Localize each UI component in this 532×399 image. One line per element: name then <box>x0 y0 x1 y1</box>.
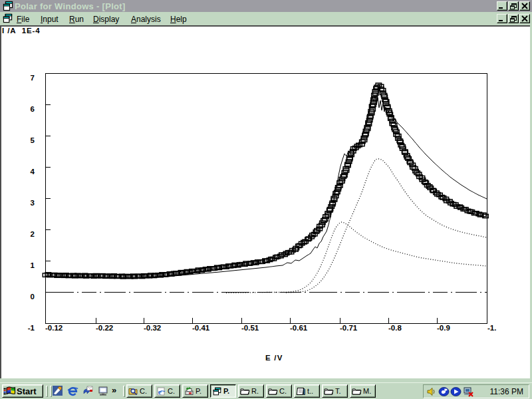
svg-text:-0.9: -0.9 <box>437 324 450 332</box>
svg-text:2: 2 <box>31 230 35 238</box>
svg-text:-0.32: -0.32 <box>144 324 161 332</box>
svg-text:7: 7 <box>31 74 35 82</box>
svg-text:3: 3 <box>31 199 35 207</box>
svg-text:-0.71: -0.71 <box>340 324 358 332</box>
svg-text:0: 0 <box>31 293 35 301</box>
svg-text:-1.: -1. <box>487 324 496 332</box>
svg-text:6: 6 <box>31 105 35 113</box>
svg-text:E /V: E /V <box>265 354 283 362</box>
svg-text:I /A 1E-4: I /A 1E-4 <box>2 27 41 35</box>
svg-text:-0.12: -0.12 <box>45 324 63 332</box>
svg-text:-0.41: -0.41 <box>192 324 210 332</box>
svg-text:-0.51: -0.51 <box>241 324 259 332</box>
svg-text:1: 1 <box>31 261 35 269</box>
svg-text:-0.22: -0.22 <box>96 324 113 332</box>
svg-text:-0.61: -0.61 <box>290 324 308 332</box>
svg-text:-1: -1 <box>28 324 35 332</box>
svg-text:-0.8: -0.8 <box>388 324 402 332</box>
svg-text:5: 5 <box>31 136 35 144</box>
svg-text:4: 4 <box>31 168 35 176</box>
